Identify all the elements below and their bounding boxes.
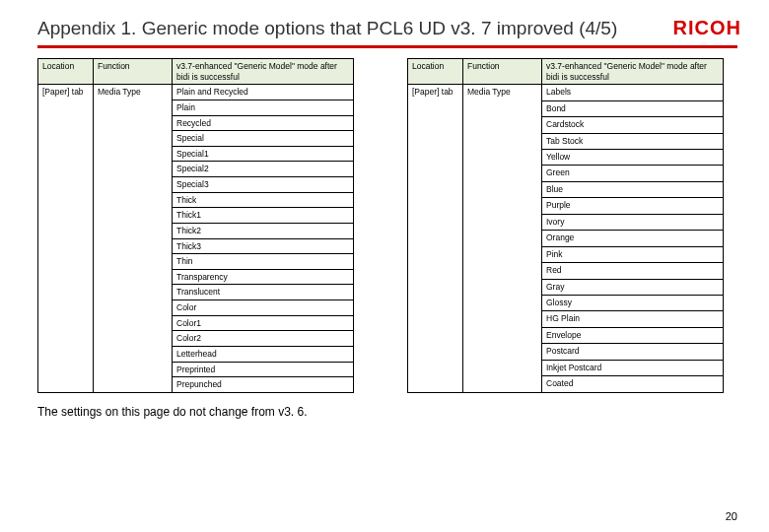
table-row: Cardstock: [408, 117, 724, 133]
location-cell: [38, 377, 94, 393]
option-value: Red: [542, 263, 724, 279]
table-row: Color: [38, 300, 354, 316]
location-cell: [408, 231, 463, 246]
col-location: Location: [408, 59, 463, 85]
title-row: Appendix 1. Generic mode options that PC…: [37, 18, 737, 39]
location-cell: [408, 100, 463, 116]
location-cell: [408, 360, 463, 375]
table-row: Color1: [38, 315, 354, 331]
option-value: Recycled: [173, 115, 354, 131]
location-cell: [Paper] tab: [408, 85, 463, 100]
location-cell: [408, 246, 463, 262]
option-value: Glossy: [542, 295, 724, 310]
col-function: Function: [463, 59, 542, 85]
function-cell: [94, 362, 173, 377]
function-cell: [94, 146, 173, 162]
location-cell: [38, 100, 94, 115]
function-cell: [94, 300, 173, 316]
col-mode: v3.7-enhanced "Generic Model" mode after…: [173, 59, 354, 85]
table-row: Thick3: [38, 238, 354, 254]
option-value: Thick1: [173, 208, 354, 224]
table-row: Inkjet Postcard: [408, 360, 724, 375]
function-cell: [463, 198, 542, 214]
function-cell: [463, 246, 542, 262]
table-row: Purple: [408, 198, 724, 214]
function-cell: [463, 117, 542, 133]
option-value: Plain: [173, 100, 354, 115]
option-value: Prepunched: [173, 377, 354, 393]
option-value: Special3: [173, 177, 354, 193]
function-cell: [463, 327, 542, 343]
location-cell: [38, 131, 94, 147]
function-cell: Media Type: [94, 85, 173, 100]
table-row: [Paper] tabMedia TypePlain and Recycled: [38, 85, 354, 100]
col-location: Location: [38, 59, 94, 85]
function-cell: [94, 269, 173, 285]
location-cell: [38, 162, 94, 177]
option-value: Coated: [542, 376, 724, 393]
table-row: Special: [38, 131, 354, 147]
function-cell: [94, 254, 173, 270]
table-row: Preprinted: [38, 362, 354, 377]
table-row: Translucent: [38, 285, 354, 300]
function-cell: [463, 150, 542, 166]
location-cell: [38, 300, 94, 316]
table-row: [Paper] tabMedia TypeLabels: [408, 85, 724, 100]
location-cell: [38, 208, 94, 224]
location-cell: [38, 192, 94, 208]
location-cell: [408, 327, 463, 343]
function-cell: [463, 133, 542, 149]
option-value: Blue: [542, 181, 724, 197]
location-cell: [408, 198, 463, 214]
function-cell: Media Type: [463, 85, 542, 100]
option-value: Transparency: [173, 269, 354, 285]
location-cell: [38, 238, 94, 254]
function-cell: [463, 311, 542, 327]
function-cell: [463, 100, 542, 116]
title-underline: [37, 45, 737, 48]
function-cell: [94, 223, 173, 238]
location-cell: [38, 254, 94, 270]
location-cell: [38, 315, 94, 331]
location-cell: [408, 181, 463, 197]
function-cell: [463, 295, 542, 310]
option-value: Cardstock: [542, 117, 724, 133]
function-cell: [463, 181, 542, 197]
table-row: Color2: [38, 331, 354, 347]
page-title: Appendix 1. Generic mode options that PC…: [37, 18, 617, 39]
option-value: Purple: [542, 198, 724, 214]
table-row: Thin: [38, 254, 354, 270]
table-header-row: Location Function v3.7-enhanced "Generic…: [408, 59, 724, 85]
function-cell: [463, 231, 542, 246]
footnote: The settings on this page do not change …: [37, 405, 737, 419]
table-row: Glossy: [408, 295, 724, 310]
location-cell: [38, 146, 94, 162]
location-cell: [408, 117, 463, 133]
location-cell: [408, 263, 463, 279]
location-cell: [408, 295, 463, 310]
location-cell: [408, 376, 463, 393]
option-value: Yellow: [542, 150, 724, 166]
option-value: Inkjet Postcard: [542, 360, 724, 375]
table-row: Thick2: [38, 223, 354, 238]
option-value: Gray: [542, 279, 724, 295]
option-value: Thick3: [173, 238, 354, 254]
function-cell: [94, 377, 173, 393]
table-row: Thick: [38, 192, 354, 208]
tables-container: Location Function v3.7-enhanced "Generic…: [37, 58, 737, 393]
col-mode: v3.7-enhanced "Generic Model" mode after…: [542, 59, 724, 85]
option-value: Envelope: [542, 327, 724, 343]
option-value: Ivory: [542, 214, 724, 230]
function-cell: [463, 376, 542, 393]
option-value: Thick: [173, 192, 354, 208]
table-row: Green: [408, 166, 724, 181]
option-value: Translucent: [173, 285, 354, 300]
table-row: Recycled: [38, 115, 354, 131]
function-cell: [463, 214, 542, 230]
table-row: Ivory: [408, 214, 724, 230]
option-value: Tab Stock: [542, 133, 724, 149]
table-row: Blue: [408, 181, 724, 197]
function-cell: [94, 238, 173, 254]
table-row: Special1: [38, 146, 354, 162]
location-cell: [38, 115, 94, 131]
